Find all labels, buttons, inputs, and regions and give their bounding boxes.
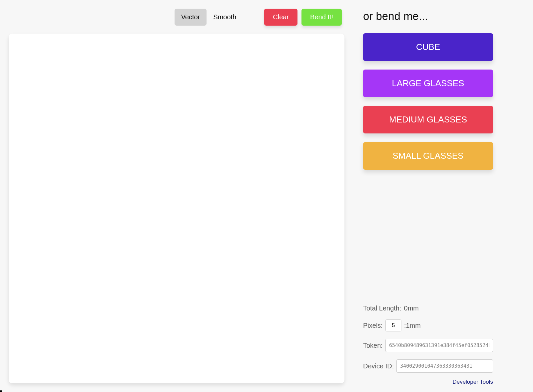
device-id-label: Device ID: bbox=[363, 362, 394, 370]
preset-small-glasses[interactable]: SMALL GLASSES bbox=[363, 142, 493, 170]
draw-mode-toggle: Vector Smooth bbox=[175, 9, 243, 26]
clear-button[interactable]: Clear bbox=[264, 9, 297, 26]
preset-medium-glasses[interactable]: MEDIUM GLASSES bbox=[363, 106, 493, 133]
drawing-canvas[interactable] bbox=[9, 34, 344, 383]
token-label: Token: bbox=[363, 342, 383, 349]
total-length-row: Total Length: 0mm bbox=[363, 304, 493, 312]
device-id-input[interactable] bbox=[396, 359, 493, 373]
corner-dot bbox=[0, 390, 2, 392]
pixels-input[interactable] bbox=[385, 319, 401, 331]
right-panel: or bend me... CUBE LARGE GLASSES MEDIUM … bbox=[353, 0, 500, 392]
developer-tools-link[interactable]: Developer Tools bbox=[363, 379, 493, 385]
left-panel: Vector Smooth Clear Bend It! bbox=[0, 0, 353, 392]
info-section: Total Length: 0mm Pixels: :1mm Token: De… bbox=[363, 304, 493, 385]
token-input[interactable] bbox=[385, 339, 493, 352]
pixels-row: Pixels: :1mm bbox=[363, 319, 493, 331]
toolbar: Vector Smooth Clear Bend It! bbox=[9, 9, 344, 34]
preset-list: CUBE LARGE GLASSES MEDIUM GLASSES SMALL … bbox=[363, 33, 493, 170]
total-length-value: 0mm bbox=[404, 304, 419, 312]
preset-cube[interactable]: CUBE bbox=[363, 33, 493, 61]
vector-toggle[interactable]: Vector bbox=[175, 9, 207, 26]
bend-button[interactable]: Bend It! bbox=[301, 9, 342, 26]
smooth-toggle[interactable]: Smooth bbox=[207, 9, 243, 26]
total-length-label: Total Length: bbox=[363, 304, 401, 312]
preset-large-glasses[interactable]: LARGE GLASSES bbox=[363, 70, 493, 97]
sidebar-title: or bend me... bbox=[363, 10, 493, 23]
pixels-label: Pixels: bbox=[363, 322, 383, 329]
pixels-suffix: :1mm bbox=[404, 322, 421, 329]
device-id-row: Device ID: bbox=[363, 359, 493, 373]
token-row: Token: bbox=[363, 339, 493, 352]
